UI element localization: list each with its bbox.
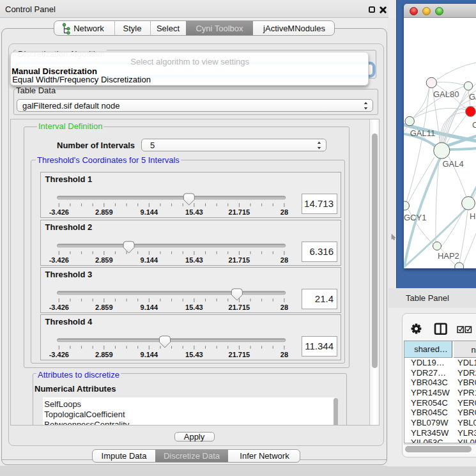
svg-text:21.715: 21.715	[229, 256, 250, 263]
svg-text:GCY1: GCY1	[404, 213, 426, 222]
svg-text:15.43: 15.43	[185, 256, 203, 263]
svg-text:H: H	[470, 211, 475, 221]
svg-text:2.859: 2.859	[95, 256, 113, 263]
svg-text:28: 28	[280, 351, 288, 358]
svg-text:28: 28	[280, 303, 288, 311]
svg-text:2.859: 2.859	[95, 208, 113, 216]
svg-text:28: 28	[280, 208, 288, 216]
svg-text:-3.426: -3.426	[49, 303, 69, 311]
svg-text:CY: CY	[472, 120, 476, 130]
svg-text:2.859: 2.859	[95, 351, 113, 358]
svg-text:15.43: 15.43	[185, 351, 203, 358]
svg-text:HAP2: HAP2	[438, 251, 459, 261]
svg-text:GAL80: GAL80	[433, 89, 459, 99]
svg-text:2.859: 2.859	[95, 303, 113, 311]
svg-text:GA: GA	[469, 92, 476, 102]
svg-text:GAL11: GAL11	[410, 128, 436, 138]
svg-text:-3.426: -3.426	[49, 351, 69, 358]
svg-text:-3.426: -3.426	[49, 256, 69, 263]
svg-text:-3.426: -3.426	[49, 208, 69, 216]
svg-text:15.43: 15.43	[185, 303, 203, 311]
svg-text:GAL4: GAL4	[442, 159, 463, 169]
svg-text:9.144: 9.144	[141, 351, 158, 358]
svg-text:15.43: 15.43	[185, 208, 203, 216]
svg-text:9.144: 9.144	[141, 303, 158, 311]
svg-text:28: 28	[280, 256, 288, 263]
svg-text:21.715: 21.715	[229, 208, 250, 216]
svg-text:21.715: 21.715	[229, 351, 250, 358]
svg-text:9.144: 9.144	[141, 256, 158, 263]
svg-text:21.715: 21.715	[229, 303, 250, 311]
svg-text:9.144: 9.144	[141, 208, 158, 216]
